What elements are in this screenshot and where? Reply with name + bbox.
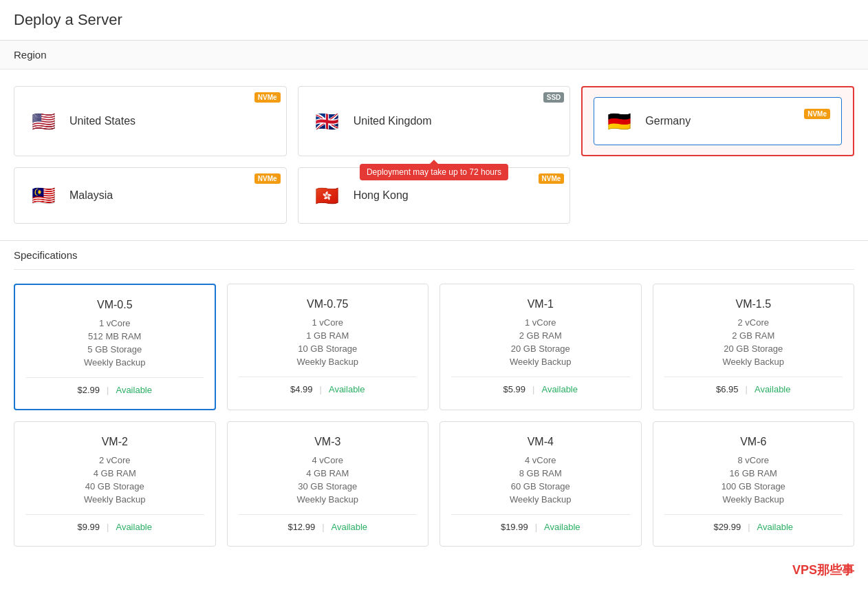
spec-name-vm3: VM-3 (239, 436, 417, 448)
spec-ram-vm2: 4 GB RAM (25, 468, 204, 478)
region-card-de[interactable]: 🇩🇪 Germany NVMe (581, 86, 854, 156)
spec-avail-vm2: Available (116, 522, 152, 532)
spec-sep-vm6: | (748, 522, 750, 532)
spec-backup-vm3: Weekly Backup (239, 494, 417, 505)
region-card-my[interactable]: 🇲🇾 Malaysia NVMe (14, 167, 287, 224)
specs-grid: VM-0.5 1 vCore 512 MB RAM 5 GB Storage W… (14, 284, 854, 560)
page-container: Deploy a Server Region 🇺🇸 United States … (0, 0, 868, 560)
page-title: Deploy a Server (14, 11, 854, 29)
spec-pricing-vm05: $2.99 | Available (26, 385, 204, 395)
spec-name-vm075: VM-0.75 (239, 298, 417, 310)
spec-price-vm15: $6.95 (716, 384, 739, 394)
spec-avail-vm075: Available (329, 384, 365, 394)
spec-ram-vm4: 8 GB RAM (451, 468, 630, 478)
flag-my: 🇲🇾 (27, 179, 60, 212)
spec-vcores-vm05: 1 vCore (26, 318, 204, 328)
spec-card-vm6[interactable]: VM-6 8 vCore 16 GB RAM 100 GB Storage We… (653, 421, 855, 547)
spec-divider-vm15 (664, 377, 843, 377)
spec-storage-vm3: 30 GB Storage (239, 481, 417, 491)
spec-storage-vm6: 100 GB Storage (664, 481, 843, 491)
flag-hk: 🇭🇰 (311, 179, 344, 212)
badge-uk: SSD (543, 92, 565, 103)
deploy-header: Deploy a Server (0, 0, 868, 41)
spec-pricing-vm3: $12.99 | Available (239, 522, 417, 532)
spec-card-vm4[interactable]: VM-4 4 vCore 8 GB RAM 60 GB Storage Week… (440, 421, 642, 547)
specs-label: Specifications (14, 241, 854, 270)
spec-storage-vm1: 20 GB Storage (451, 343, 630, 354)
spec-card-vm15[interactable]: VM-1.5 2 vCore 2 GB RAM 20 GB Storage We… (653, 284, 855, 410)
region-name-uk: United Kingdom (354, 115, 432, 127)
spec-avail-vm4: Available (544, 522, 581, 532)
flag-us: 🇺🇸 (27, 105, 60, 138)
spec-divider-vm3 (239, 514, 417, 515)
flag-uk: 🇬🇧 (311, 105, 344, 138)
spec-price-vm1: $5.99 (503, 384, 526, 394)
spec-card-vm075[interactable]: VM-0.75 1 vCore 1 GB RAM 10 GB Storage W… (227, 284, 429, 410)
spec-price-vm4: $19.99 (501, 522, 528, 532)
spec-sep-vm2: | (107, 522, 109, 532)
spec-pricing-vm075: $4.99 | Available (239, 384, 417, 394)
spec-card-vm05[interactable]: VM-0.5 1 vCore 512 MB RAM 5 GB Storage W… (14, 284, 216, 410)
spec-pricing-vm4: $19.99 | Available (451, 522, 630, 532)
spec-pricing-vm15: $6.95 | Available (664, 384, 843, 394)
spec-ram-vm075: 1 GB RAM (239, 330, 417, 341)
spec-price-vm3: $12.99 (287, 522, 315, 532)
spec-storage-vm2: 40 GB Storage (25, 481, 204, 491)
spec-divider-vm05 (26, 377, 204, 378)
spec-vcores-vm4: 4 vCore (451, 455, 630, 465)
specs-section: Specifications VM-0.5 1 vCore 512 MB RAM… (0, 241, 868, 560)
spec-name-vm1: VM-1 (451, 298, 630, 310)
spec-avail-vm6: Available (757, 522, 794, 532)
spec-divider-vm1 (451, 377, 630, 377)
spec-ram-vm6: 16 GB RAM (664, 468, 843, 478)
spec-divider-vm4 (451, 514, 630, 515)
spec-card-vm2[interactable]: VM-2 2 vCore 4 GB RAM 40 GB Storage Week… (14, 421, 216, 547)
region-card-uk[interactable]: 🇬🇧 United Kingdom SSD Deployment may tak… (298, 86, 571, 156)
uk-tooltip: Deployment may take up to 72 hours (360, 164, 508, 180)
spec-sep-vm3: | (322, 522, 324, 532)
flag-de: 🇩🇪 (603, 105, 636, 138)
spec-price-vm6: $29.99 (713, 522, 741, 532)
spec-storage-vm4: 60 GB Storage (451, 481, 630, 491)
region-name-hk: Hong Kong (354, 189, 409, 202)
spec-pricing-vm2: $9.99 | Available (25, 522, 204, 532)
spec-vcores-vm1: 1 vCore (451, 317, 630, 328)
region-card-de-inner: 🇩🇪 Germany NVMe (594, 97, 842, 145)
region-card-us[interactable]: 🇺🇸 United States NVMe (14, 86, 287, 156)
spec-name-vm15: VM-1.5 (664, 298, 843, 310)
spec-backup-vm1: Weekly Backup (451, 357, 630, 367)
spec-name-vm6: VM-6 (664, 436, 843, 448)
region-grid: 🇺🇸 United States NVMe 🇬🇧 United Kingdom … (0, 70, 868, 241)
spec-backup-vm4: Weekly Backup (451, 494, 630, 505)
spec-backup-vm05: Weekly Backup (26, 357, 204, 368)
spec-card-vm3[interactable]: VM-3 4 vCore 4 GB RAM 30 GB Storage Week… (227, 421, 429, 547)
spec-divider-vm6 (664, 514, 843, 515)
spec-storage-vm05: 5 GB Storage (26, 344, 204, 355)
spec-backup-vm075: Weekly Backup (239, 357, 417, 367)
spec-ram-vm1: 2 GB RAM (451, 330, 630, 341)
spec-pricing-vm6: $29.99 | Available (664, 522, 843, 532)
spec-divider-vm075 (239, 377, 417, 377)
badge-us: NVMe (254, 92, 281, 103)
spec-avail-vm1: Available (541, 384, 578, 394)
badge-hk: NVMe (539, 173, 565, 184)
spec-sep-vm4: | (535, 522, 537, 532)
spec-card-vm1[interactable]: VM-1 1 vCore 2 GB RAM 20 GB Storage Week… (440, 284, 642, 410)
spec-storage-vm15: 20 GB Storage (664, 343, 843, 354)
spec-backup-vm6: Weekly Backup (664, 494, 843, 505)
spec-ram-vm05: 512 MB RAM (26, 331, 204, 341)
spec-sep-vm15: | (746, 384, 748, 394)
region-label: Region (0, 41, 868, 70)
spec-ram-vm15: 2 GB RAM (664, 330, 843, 341)
spec-price-vm05: $2.99 (78, 385, 100, 395)
spec-vcores-vm15: 2 vCore (664, 317, 843, 328)
spec-backup-vm15: Weekly Backup (664, 357, 843, 367)
spec-pricing-vm1: $5.99 | Available (451, 384, 630, 394)
spec-name-vm05: VM-0.5 (26, 299, 204, 311)
spec-price-vm075: $4.99 (290, 384, 313, 394)
spec-vcores-vm075: 1 vCore (239, 317, 417, 328)
spec-name-vm2: VM-2 (25, 436, 204, 448)
spec-avail-vm15: Available (755, 384, 791, 394)
spec-storage-vm075: 10 GB Storage (239, 343, 417, 354)
spec-vcores-vm6: 8 vCore (664, 455, 843, 465)
